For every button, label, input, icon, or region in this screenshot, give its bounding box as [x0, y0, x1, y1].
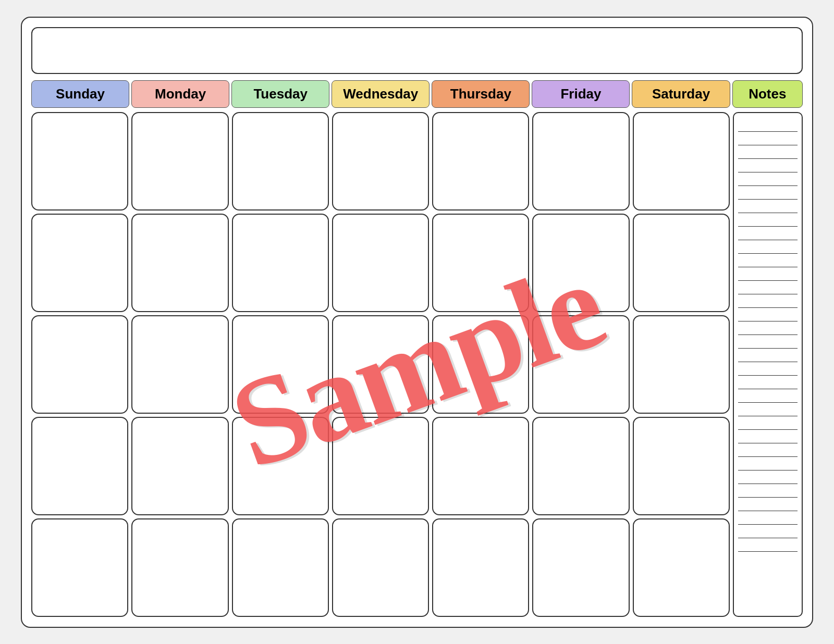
cell-r2-thu[interactable]	[432, 214, 529, 312]
cell-r1-wed[interactable]	[332, 112, 429, 210]
header-monday: Monday	[131, 80, 229, 108]
cell-r3-sat[interactable]	[633, 315, 730, 414]
note-line	[738, 335, 798, 349]
note-line	[738, 281, 798, 294]
cell-r4-fri[interactable]	[532, 417, 629, 515]
cell-r5-thu[interactable]	[432, 518, 529, 617]
header-wednesday: Wednesday	[332, 80, 430, 108]
note-line	[738, 118, 798, 132]
cell-r1-sat[interactable]	[633, 112, 730, 210]
cell-r3-wed[interactable]	[332, 315, 429, 414]
header-sunday: Sunday	[31, 80, 129, 108]
title-bar	[31, 27, 803, 74]
note-line	[738, 362, 798, 376]
note-line	[738, 457, 798, 470]
cell-r5-wed[interactable]	[332, 518, 429, 617]
cell-r3-mon[interactable]	[131, 315, 228, 414]
cell-r3-sun[interactable]	[31, 315, 128, 414]
calendar-container: Sunday Monday Tuesday Wednesday Thursday…	[21, 17, 813, 628]
header-thursday: Thursday	[432, 80, 530, 108]
note-line	[738, 525, 798, 538]
notes-column[interactable]	[733, 112, 803, 617]
cell-r2-sun[interactable]	[31, 214, 128, 312]
note-line	[738, 403, 798, 416]
note-line	[738, 172, 798, 186]
cell-r5-sat[interactable]	[633, 518, 730, 617]
cell-r1-tue[interactable]	[232, 112, 329, 210]
cell-r4-mon[interactable]	[131, 417, 228, 515]
note-line	[738, 376, 798, 389]
cell-r5-sun[interactable]	[31, 518, 128, 617]
note-line	[738, 200, 798, 213]
note-line	[738, 145, 798, 159]
cell-r3-fri[interactable]	[532, 315, 629, 414]
note-line	[738, 321, 798, 335]
note-line	[738, 538, 798, 552]
cell-r1-mon[interactable]	[131, 112, 228, 210]
note-line	[738, 416, 798, 430]
cell-r1-sun[interactable]	[31, 112, 128, 210]
cell-r2-wed[interactable]	[332, 214, 429, 312]
note-line	[738, 267, 798, 281]
cell-r2-mon[interactable]	[131, 214, 228, 312]
cell-r5-mon[interactable]	[131, 518, 228, 617]
cell-r4-thu[interactable]	[432, 417, 529, 515]
note-line	[738, 240, 798, 254]
note-line	[738, 159, 798, 172]
cell-r2-sat[interactable]	[633, 214, 730, 312]
cell-r4-tue[interactable]	[232, 417, 329, 515]
calendar-body: Sample	[31, 112, 803, 617]
note-line	[738, 511, 798, 525]
header-tuesday: Tuesday	[231, 80, 329, 108]
note-line	[738, 186, 798, 200]
cell-r1-fri[interactable]	[532, 112, 629, 210]
header-notes: Notes	[732, 80, 803, 108]
cell-r1-thu[interactable]	[432, 112, 529, 210]
note-line	[738, 254, 798, 267]
note-line	[738, 430, 798, 443]
cell-r4-wed[interactable]	[332, 417, 429, 515]
note-line	[738, 213, 798, 227]
note-line	[738, 498, 798, 511]
note-line	[738, 484, 798, 498]
note-line	[738, 308, 798, 321]
cell-r4-sat[interactable]	[633, 417, 730, 515]
cell-r3-thu[interactable]	[432, 315, 529, 414]
cell-r2-tue[interactable]	[232, 214, 329, 312]
note-line	[738, 443, 798, 457]
note-line	[738, 349, 798, 362]
cell-r5-fri[interactable]	[532, 518, 629, 617]
cell-r3-tue[interactable]	[232, 315, 329, 414]
note-line	[738, 132, 798, 145]
note-line	[738, 294, 798, 308]
cell-r4-sun[interactable]	[31, 417, 128, 515]
header-friday: Friday	[532, 80, 630, 108]
cell-r2-fri[interactable]	[532, 214, 629, 312]
cell-r5-tue[interactable]	[232, 518, 329, 617]
header-row: Sunday Monday Tuesday Wednesday Thursday…	[31, 80, 803, 108]
note-line	[738, 227, 798, 240]
note-line	[738, 470, 798, 484]
note-line	[738, 389, 798, 403]
header-saturday: Saturday	[632, 80, 730, 108]
